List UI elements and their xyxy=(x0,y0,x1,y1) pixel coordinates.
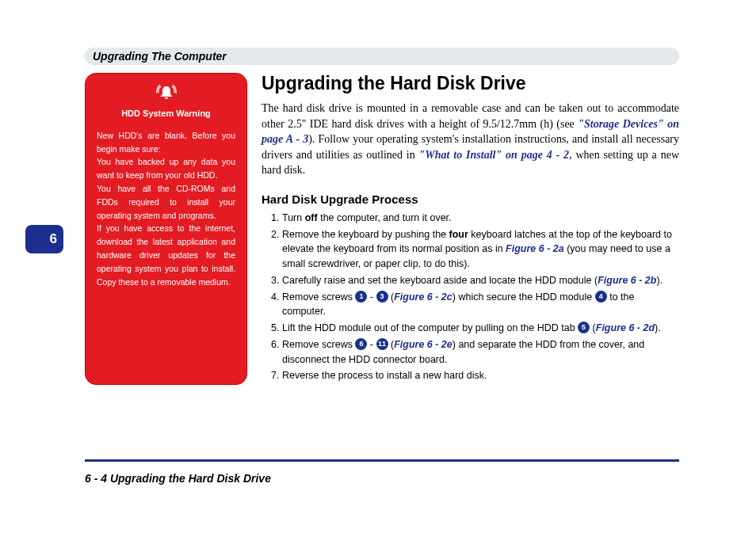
callout-number-icon: 11 xyxy=(376,338,388,350)
figure-ref-6-2a[interactable]: Figure 6 - 2a xyxy=(506,243,564,254)
warning-callout: HDD System Warning New HDD's are blank. … xyxy=(85,73,247,385)
figure-ref-6-2b[interactable]: Figure 6 - 2b xyxy=(598,275,656,286)
step-text: the computer, and turn it over. xyxy=(318,212,452,223)
step-item: Remove screws 6 - 11 (Figure 6 - 2e) and… xyxy=(282,337,679,367)
step-text: - xyxy=(367,339,376,350)
warning-body: New HDD's are blank. Before you begin ma… xyxy=(97,129,235,289)
warning-bell-icon xyxy=(97,85,235,105)
step-item: Remove the keyboard by pushing the four … xyxy=(282,227,679,272)
warning-title: HDD System Warning xyxy=(97,108,235,120)
intro-paragraph: The hard disk drive is mounted in a remo… xyxy=(262,101,679,178)
step-bold: four xyxy=(449,229,468,240)
step-text: Remove screws xyxy=(282,291,355,303)
step-text: ). xyxy=(655,322,661,333)
step-text: Reverse the process to install a new har… xyxy=(282,370,487,381)
step-text: ). xyxy=(656,275,662,286)
step-item: Remove screws 1 - 3 (Figure 6 - 2c) whic… xyxy=(282,290,679,320)
step-text: Remove the keyboard by pushing the xyxy=(282,229,449,240)
step-text: Remove screws xyxy=(282,339,355,350)
callout-number-icon: 5 xyxy=(578,322,590,333)
steps-list: Turn off the computer, and turn it over.… xyxy=(262,211,679,383)
callout-number-icon: 1 xyxy=(355,291,367,303)
subheading: Hard Disk Upgrade Process xyxy=(262,192,679,206)
page-title: Upgrading the Hard Disk Drive xyxy=(262,73,679,94)
page-footer: 6 - 4 Upgrading the Hard Disk Drive xyxy=(85,472,271,485)
content-row: HDD System Warning New HDD's are blank. … xyxy=(85,73,679,385)
figure-ref-6-2d[interactable]: Figure 6 - 2d xyxy=(596,322,655,333)
figure-ref-6-2c[interactable]: Figure 6 - 2c xyxy=(394,291,452,303)
step-text: ) which secure the HDD module xyxy=(452,291,595,303)
step-item: Lift the HDD module out of the computer … xyxy=(282,321,679,336)
step-text: Turn xyxy=(282,212,305,223)
step-item: Reverse the process to install a new har… xyxy=(282,368,679,383)
step-item: Turn off the computer, and turn it over. xyxy=(282,211,679,226)
step-text: Lift the HDD module out of the computer … xyxy=(282,322,578,333)
step-text: - xyxy=(367,291,376,303)
step-bold: off xyxy=(305,212,318,223)
callout-number-icon: 4 xyxy=(595,291,607,303)
chapter-tab: 6 xyxy=(25,225,63,253)
step-item: Carefully raise and set the keyboard asi… xyxy=(282,273,679,288)
callout-number-icon: 6 xyxy=(355,338,367,350)
page: 6 Upgrading The Computer HDD System Warn… xyxy=(0,48,685,501)
callout-number-icon: 3 xyxy=(376,291,388,303)
footer-divider xyxy=(85,459,679,462)
figure-ref-6-2e[interactable]: Figure 6 - 2e xyxy=(394,339,452,350)
step-text: ( xyxy=(388,339,395,350)
section-header-text: Upgrading The Computer xyxy=(93,50,227,63)
step-text: ( xyxy=(388,291,395,303)
what-to-install-link[interactable]: "What to Install" on page 4 - 2 xyxy=(419,149,569,161)
step-text: Carefully raise and set the keyboard asi… xyxy=(282,275,598,286)
chapter-number: 6 xyxy=(50,231,57,247)
main-column: Upgrading the Hard Disk Drive The hard d… xyxy=(262,73,679,385)
step-text: ( xyxy=(590,322,596,333)
section-header: Upgrading The Computer xyxy=(85,48,679,65)
